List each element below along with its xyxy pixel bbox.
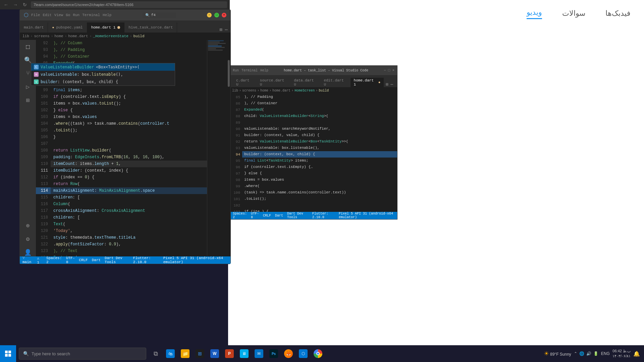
scroll-thumb[interactable] xyxy=(228,60,230,87)
explorer-icon[interactable]: ⬚ xyxy=(24,43,32,51)
vscode2-bc-file[interactable]: home.dart xyxy=(272,89,290,93)
git-branch[interactable]: ⑂ main xyxy=(22,256,33,264)
ac-item-1[interactable]: m valueListenable: box.listenable(), xyxy=(31,71,175,78)
vscode2-tab-sourcedart[interactable]: source.dart U xyxy=(257,78,290,87)
encoding[interactable]: UTF-8 xyxy=(66,256,75,264)
system-clock[interactable]: 06:42 ب.ظ ۱۴۰۳/۰۶/۸۱ xyxy=(612,349,631,359)
vscode2-maximize[interactable]: □ xyxy=(388,68,390,72)
line-123: 123 xyxy=(36,248,51,254)
breadcrumb-home[interactable]: home xyxy=(54,34,63,38)
notifications-icon[interactable]: 🔔 xyxy=(633,351,640,357)
split-editor-icon[interactable]: ⊞ xyxy=(219,27,222,33)
flutter-version[interactable]: Flutter: 2.10.0 xyxy=(133,256,159,264)
vscode2-bc-lib[interactable]: lib xyxy=(232,89,238,93)
breadcrumb-class[interactable]: _HomeScreenState xyxy=(93,34,128,38)
url-text: 7learn.com/panel/source/1/screen2/chapte… xyxy=(34,3,133,7)
vscode2-bc-class[interactable]: HomeScreen xyxy=(294,89,315,93)
vscode2-menu-help[interactable]: Help xyxy=(260,69,268,72)
vscode2-code-area[interactable]: ), // Padding ), // Container Expanded( … xyxy=(242,94,397,212)
volume-tray-icon[interactable]: 🔊 xyxy=(586,351,591,356)
vscode-menu-run[interactable]: Run xyxy=(73,13,79,17)
tab-home-dart[interactable]: home.dart 1 xyxy=(87,22,125,33)
vscode2-close[interactable]: × xyxy=(392,68,394,72)
vscode2-menu-run[interactable]: Run xyxy=(233,69,239,72)
breadcrumb-method[interactable]: build xyxy=(133,34,145,38)
vscode-menu-go[interactable]: Go xyxy=(66,13,70,17)
browser-url-bar[interactable]: 7learn.com/panel/source/1/screen2/chapte… xyxy=(31,1,227,8)
account-icon[interactable]: 👤 xyxy=(24,248,32,256)
vscode2-menu-terminal[interactable]: Terminal xyxy=(241,69,258,72)
maximize-button[interactable]: □ xyxy=(214,13,219,17)
vscode-menu-help[interactable]: Help xyxy=(103,13,111,17)
nav-feedback[interactable]: فیدبک‌ها xyxy=(605,9,631,18)
taskbar-windows-icon2[interactable]: ⊞ xyxy=(193,345,207,362)
tab-modified-dot: ● xyxy=(52,26,54,29)
browser-back[interactable]: ← xyxy=(3,2,9,7)
chevron-up-icon[interactable]: ⌃ xyxy=(574,351,577,356)
language[interactable]: Dart xyxy=(92,258,101,262)
taskbar-app2[interactable]: 🖥 xyxy=(237,345,251,362)
settings-icon[interactable]: ⚙ xyxy=(24,235,32,243)
code-line-106: } xyxy=(51,134,207,140)
spaces[interactable]: Spaces: 2 xyxy=(46,256,62,264)
taskbar-vscode-icon[interactable]: ⬡ xyxy=(297,345,310,362)
more-tabs-icon[interactable]: ⋯ xyxy=(225,27,228,33)
network-icon[interactable]: 🌐 xyxy=(579,351,584,356)
line-107: 107 xyxy=(36,140,51,147)
tab-hive-task[interactable]: hive_task_sorce.dart xyxy=(124,22,177,33)
remote-icon[interactable]: ⊕ xyxy=(24,222,32,230)
taskbar-store[interactable]: 🛍 xyxy=(164,345,177,362)
vscode2-tab-datadart[interactable]: data.dart U xyxy=(290,78,320,87)
emulator-device[interactable]: Pixel 5 API 31 (android-x64 emulator) xyxy=(163,256,228,264)
vscode-menu-file[interactable]: File xyxy=(31,13,40,17)
vscode2-tab-editdart[interactable]: edit.dart U xyxy=(320,78,350,87)
minimize-button[interactable]: − xyxy=(207,13,212,17)
vscode-menu-edit[interactable]: Edit xyxy=(43,13,51,17)
taskbar-chrome[interactable] xyxy=(311,345,325,362)
battery-icon[interactable]: 🔋 xyxy=(593,351,598,356)
vscode2-more-icon[interactable]: ⋯ xyxy=(390,82,393,87)
vscode2-bc-screens[interactable]: screens xyxy=(242,89,256,93)
error-count[interactable]: ⚠ 1 xyxy=(37,256,43,264)
app-icon-1: ⊞ xyxy=(196,349,204,358)
nav-questions[interactable]: سوالات xyxy=(562,9,585,18)
taskbar-explorer[interactable]: 📁 xyxy=(178,345,192,362)
code-line-104: .where((task) => task.name.contains(cont… xyxy=(51,120,207,127)
vscode2-split-icon[interactable]: ⊞ xyxy=(386,82,388,87)
browser-refresh[interactable]: ↻ xyxy=(21,2,28,7)
vscode-menu-terminal[interactable]: Terminal xyxy=(82,13,100,17)
tab-main-dart[interactable]: main.dart xyxy=(20,22,48,33)
eol[interactable]: CRLF xyxy=(79,258,88,262)
ac-item-2[interactable]: v builder: (context, box, child) { xyxy=(31,78,175,85)
vscode2-minimize[interactable]: − xyxy=(384,68,386,72)
taskbar-search-box[interactable]: 🔍 Type here to search xyxy=(19,348,146,360)
taskbar-pinned-apps: ⧉ 🛍 📁 ⊞ W P 🖥 ✉ Ps 🦊 ⬡ xyxy=(149,345,325,362)
taskbar-word[interactable]: W xyxy=(208,345,221,362)
start-button[interactable] xyxy=(0,345,16,362)
vertical-scrollbar[interactable] xyxy=(227,40,230,256)
code-line-123: ), // Text xyxy=(51,248,207,254)
close-button[interactable]: × xyxy=(222,13,226,17)
vscode2-bc-home[interactable]: home xyxy=(260,89,268,93)
taskbar-photoshop[interactable]: Ps xyxy=(267,345,280,362)
dart-dev-tools[interactable]: Dart Dev Tools xyxy=(105,256,129,264)
taskbar-task-view[interactable]: ⧉ xyxy=(149,345,162,362)
breadcrumb-file[interactable]: home.dart xyxy=(68,34,88,38)
browser-forward[interactable]: → xyxy=(12,2,19,7)
language-indicator[interactable]: ENG xyxy=(601,351,610,356)
vscode2-tab-cdart[interactable]: c.dart U xyxy=(233,78,256,87)
breadcrumb-screens[interactable]: screens xyxy=(34,34,49,38)
ac-item-0[interactable]: C ValueListenableBuilder<Box<TaskEntity>… xyxy=(31,63,175,71)
vscode2-tab-homedart[interactable]: home.dart 1 ● xyxy=(351,78,384,87)
taskbar-firefox[interactable]: 🦊 xyxy=(282,345,295,362)
tab-pubspec[interactable]: ● pubspec.yaml xyxy=(48,22,87,33)
vscode-statusbar: ⑂ main ⚠ 1 Spaces: 2 UTF-8 CRLF Dart Dar… xyxy=(20,256,230,264)
vscode-menu-view[interactable]: View xyxy=(54,13,63,17)
extensions-icon[interactable]: ⊞ xyxy=(24,96,32,104)
breadcrumb-lib[interactable]: lib xyxy=(22,34,29,38)
nav-video[interactable]: ویدیو xyxy=(527,8,542,19)
vscode-search-input[interactable]: f4 xyxy=(151,13,156,17)
vscode2-bc-build[interactable]: build xyxy=(319,89,329,93)
taskbar-powerpoint[interactable]: P xyxy=(223,345,236,362)
taskbar-mail[interactable]: ✉ xyxy=(252,345,266,362)
